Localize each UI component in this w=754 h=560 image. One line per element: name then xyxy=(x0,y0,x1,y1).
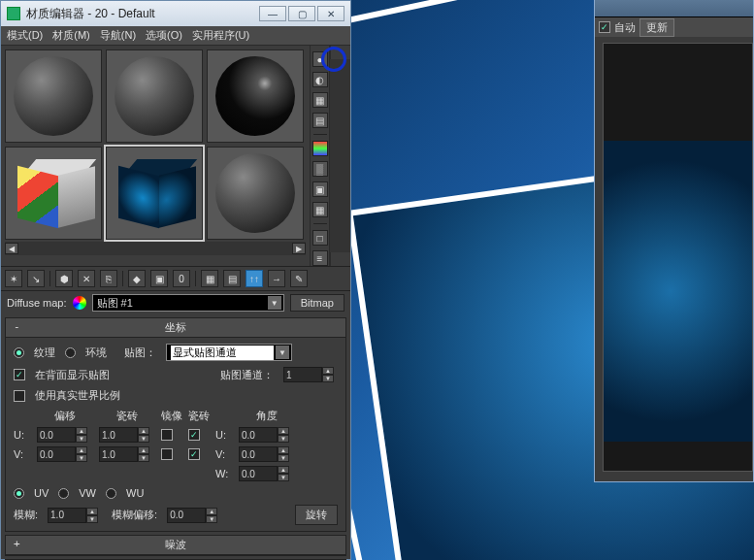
menu-bar: 模式(D) 材质(M) 导航(N) 选项(O) 实用程序(U) xyxy=(1,26,350,46)
sample-side-toolbar: ● ◐ ▦ ▤ ▒ ▣ ▦ □ ≡ xyxy=(310,46,329,266)
sample-type-icon[interactable]: ● xyxy=(312,51,328,67)
options-icon[interactable]: ▣ xyxy=(312,181,328,197)
go-to-parent-icon[interactable]: ↑↑ xyxy=(246,270,263,287)
chevron-down-icon[interactable]: ▼ xyxy=(276,346,289,359)
window-title: 材质编辑器 - 20 - Default xyxy=(26,6,253,22)
sample-scrollbar[interactable]: ◀ ▶ xyxy=(5,242,306,255)
video-color-check-icon[interactable] xyxy=(312,141,328,156)
u-tiling-spinner[interactable]: ▲▼ xyxy=(99,427,153,443)
mapping-label: 贴图： xyxy=(124,346,156,360)
v-mirror-checkbox[interactable] xyxy=(161,448,173,460)
material-map-nav-icon[interactable]: □ xyxy=(312,230,328,246)
render-preview-window: 自动 更新 xyxy=(594,0,754,482)
w-angle-spinner[interactable]: ▲▼ xyxy=(239,466,293,481)
get-material-icon[interactable]: ✶ xyxy=(5,270,22,287)
reset-map-icon[interactable]: ✕ xyxy=(78,270,95,287)
mirror-head: 镜像 xyxy=(161,409,182,423)
wu-radio[interactable] xyxy=(106,488,116,499)
map-row: Diffuse map: 贴图 #1 ▼ Bitmap xyxy=(1,291,350,314)
map-type-button[interactable]: Bitmap xyxy=(290,294,344,312)
menu-utilities[interactable]: 实用程序(U) xyxy=(192,28,249,43)
material-editor-window: 材质编辑器 - 20 - Default — ▢ ✕ 模式(D) 材质(M) 导… xyxy=(0,0,351,560)
blur-spinner[interactable]: ▲▼ xyxy=(48,508,102,523)
blur-label: 模糊: xyxy=(14,508,38,522)
sample-slot[interactable] xyxy=(5,49,102,143)
close-button[interactable]: ✕ xyxy=(317,6,344,21)
sample-slot-active[interactable] xyxy=(106,147,203,240)
w-ang-label: W: xyxy=(215,468,233,479)
u-tile-checkbox[interactable] xyxy=(188,429,200,441)
menu-navigation[interactable]: 导航(N) xyxy=(100,28,136,43)
wu-label: WU xyxy=(126,487,144,499)
preview-cube xyxy=(603,141,753,442)
show-on-back-checkbox[interactable] xyxy=(14,369,25,380)
map-channel-spinner[interactable]: ▲▼ xyxy=(283,367,338,382)
go-forward-icon[interactable]: → xyxy=(268,270,285,287)
color-picker-icon[interactable] xyxy=(73,296,86,310)
rollup-header-coord[interactable]: - 坐标 xyxy=(6,318,345,338)
preview-titlebar[interactable] xyxy=(595,0,753,17)
background-icon[interactable]: ▦ xyxy=(312,92,328,108)
uv-label: UV xyxy=(34,487,49,499)
u-angle-spinner[interactable]: ▲▼ xyxy=(239,427,293,443)
scroll-left-icon[interactable]: ◀ xyxy=(5,243,18,254)
u-mirror-checkbox[interactable] xyxy=(161,429,173,441)
v-label: V: xyxy=(14,448,31,460)
map-name-combo[interactable]: 贴图 #1 ▼ xyxy=(92,294,284,312)
rotate-button[interactable]: 旋转 xyxy=(295,505,338,525)
auto-label: 自动 xyxy=(614,20,636,35)
u-offset-spinner[interactable]: ▲▼ xyxy=(37,427,91,443)
menu-options[interactable]: 选项(O) xyxy=(146,28,182,43)
sample-slot[interactable] xyxy=(5,147,102,240)
v-tile-checkbox[interactable] xyxy=(188,448,200,460)
coordinates-rollup: - 坐标 纹理 环境 贴图： 显式贴图通道 ▼ 在背面显示贴图 贴图通道： ▲▼ xyxy=(5,317,346,532)
tile-head: 瓷砖 xyxy=(188,409,210,423)
mapping-value: 显式贴图通道 xyxy=(171,346,274,360)
u-ang-label: U: xyxy=(215,429,233,441)
vw-radio[interactable] xyxy=(58,488,69,499)
sample-uv-icon[interactable]: ▤ xyxy=(312,113,328,128)
environ-radio[interactable] xyxy=(65,347,76,358)
sample-slot[interactable] xyxy=(207,147,304,240)
v-ang-label: V: xyxy=(215,448,233,460)
assign-to-selection-icon[interactable]: ⬢ xyxy=(55,270,73,287)
sample-slot[interactable] xyxy=(207,49,304,143)
put-to-library-icon[interactable]: ▣ xyxy=(150,270,168,287)
blur-offset-spinner[interactable]: ▲▼ xyxy=(167,508,221,523)
show-end-result-icon[interactable]: ▤ xyxy=(223,270,241,287)
chevron-down-icon[interactable]: ▼ xyxy=(268,296,281,310)
u-label: U: xyxy=(14,429,31,441)
minimize-button[interactable]: — xyxy=(259,6,286,21)
texture-label: 纹理 xyxy=(34,346,55,360)
make-unique-icon[interactable]: ◆ xyxy=(128,270,146,287)
backlight-icon[interactable]: ◐ xyxy=(312,72,328,87)
texture-radio[interactable] xyxy=(14,347,24,358)
maximize-button[interactable]: ▢ xyxy=(288,6,315,21)
show-in-viewport-icon[interactable]: ▦ xyxy=(201,270,218,287)
map-name-value: 贴图 #1 xyxy=(97,296,266,311)
update-button[interactable]: 更新 xyxy=(639,18,674,37)
pick-from-object-icon[interactable]: ✎ xyxy=(290,270,308,287)
rollup-header-noise[interactable]: + 噪波 xyxy=(6,536,345,555)
select-by-material-icon[interactable]: ▦ xyxy=(312,202,328,217)
real-world-checkbox[interactable] xyxy=(14,390,25,402)
auto-checkbox[interactable] xyxy=(599,21,610,33)
show-on-back-label: 在背面显示贴图 xyxy=(35,368,110,382)
menu-mode[interactable]: 模式(D) xyxy=(7,28,43,43)
v-tiling-spinner[interactable]: ▲▼ xyxy=(99,446,153,462)
put-to-scene-icon[interactable]: ↘ xyxy=(27,270,45,287)
me-titlebar[interactable]: 材质编辑器 - 20 - Default — ▢ ✕ xyxy=(1,1,350,26)
v-angle-spinner[interactable]: ▲▼ xyxy=(239,446,293,462)
sample-slot-grid xyxy=(1,46,308,240)
uv-radio[interactable] xyxy=(14,488,24,499)
material-id-icon[interactable]: 0 xyxy=(173,270,190,287)
mapping-combo[interactable]: 显式贴图通道 ▼ xyxy=(166,344,292,361)
make-copy-icon[interactable]: ⎘ xyxy=(100,270,117,287)
tiling-head: 瓷砖 xyxy=(99,409,155,423)
make-preview-icon[interactable]: ▒ xyxy=(312,161,328,177)
v-offset-spinner[interactable]: ▲▼ xyxy=(37,446,91,462)
menu-material[interactable]: 材质(M) xyxy=(52,28,90,43)
sample-slot[interactable] xyxy=(106,49,203,143)
lock-icon[interactable]: ≡ xyxy=(312,250,328,266)
scroll-right-icon[interactable]: ▶ xyxy=(292,243,306,254)
